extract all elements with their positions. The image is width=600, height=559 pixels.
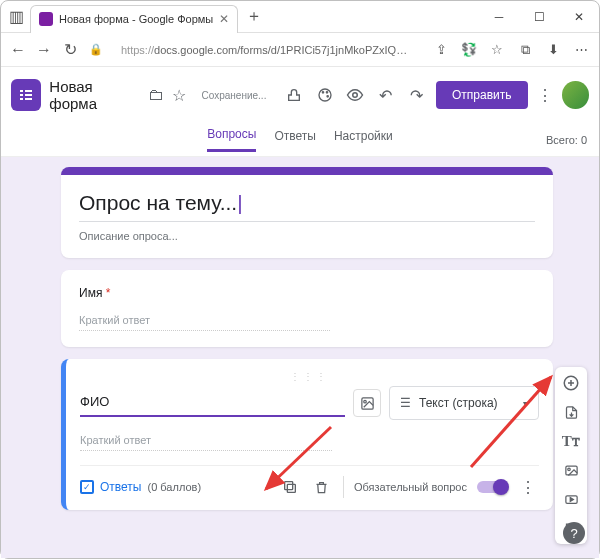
addons-icon[interactable] bbox=[282, 83, 305, 107]
required-toggle[interactable] bbox=[477, 481, 507, 493]
form-description[interactable]: Описание опроса... bbox=[79, 230, 535, 242]
preview-icon[interactable] bbox=[344, 83, 367, 107]
back-button[interactable]: ← bbox=[9, 41, 27, 59]
palette-icon[interactable] bbox=[313, 83, 336, 107]
collections-icon[interactable]: ⧉ bbox=[515, 40, 535, 60]
help-button[interactable]: ? bbox=[563, 522, 585, 544]
answer-key-button[interactable]: ✓ Ответы (0 баллов) bbox=[80, 480, 201, 494]
add-title-button[interactable]: Tᴛ bbox=[561, 431, 581, 451]
svg-rect-3 bbox=[25, 94, 32, 96]
question-more-icon[interactable]: ⋮ bbox=[517, 476, 539, 498]
question-type-label: Текст (строка) bbox=[419, 396, 498, 410]
question-card-1[interactable]: Имя * Краткий ответ bbox=[61, 270, 553, 347]
menu-icon[interactable]: ⋯ bbox=[571, 40, 591, 60]
svg-rect-14 bbox=[285, 482, 293, 490]
required-asterisk: * bbox=[106, 286, 111, 300]
question-title: Имя * bbox=[79, 286, 535, 300]
tab-settings[interactable]: Настройки bbox=[334, 129, 393, 151]
tab-responses[interactable]: Ответы bbox=[274, 129, 315, 151]
svg-point-12 bbox=[363, 400, 366, 403]
short-answer-placeholder: Краткий ответ bbox=[80, 434, 332, 451]
address-bar[interactable]: https://docs.google.com/forms/d/1PRICi57… bbox=[113, 40, 423, 60]
responses-total: Всего: 0 bbox=[546, 134, 587, 146]
svg-point-9 bbox=[327, 96, 328, 97]
short-text-icon: ☰ bbox=[400, 396, 411, 410]
add-video-button[interactable] bbox=[561, 489, 581, 509]
lock-icon[interactable]: 🔒 bbox=[87, 41, 105, 59]
add-image-icon[interactable] bbox=[353, 389, 381, 417]
downloads-icon[interactable]: ⬇ bbox=[543, 40, 563, 60]
browser-tab[interactable]: Новая форма - Google Формы ✕ bbox=[30, 5, 238, 33]
question-card-2-active[interactable]: ⋮⋮⋮ ☰ Текст (строка) ▾ Краткий ответ ✓ bbox=[61, 359, 553, 510]
tab-close-icon[interactable]: ✕ bbox=[219, 12, 229, 26]
new-tab-button[interactable]: ＋ bbox=[246, 6, 262, 27]
pin-icon[interactable]: ☆ bbox=[487, 40, 507, 60]
delete-icon[interactable] bbox=[311, 476, 333, 498]
forms-logo[interactable] bbox=[11, 79, 41, 111]
svg-rect-0 bbox=[20, 90, 23, 92]
account-avatar[interactable] bbox=[562, 81, 589, 109]
question-title-input[interactable] bbox=[80, 390, 345, 417]
chevron-down-icon: ▾ bbox=[523, 398, 528, 409]
forward-button[interactable]: → bbox=[35, 41, 53, 59]
add-photo-button[interactable] bbox=[561, 460, 581, 480]
svg-point-8 bbox=[326, 92, 327, 93]
close-window-button[interactable]: ✕ bbox=[559, 1, 599, 33]
question-type-select[interactable]: ☰ Текст (строка) ▾ bbox=[389, 386, 539, 420]
svg-point-7 bbox=[322, 92, 323, 93]
maximize-button[interactable]: ☐ bbox=[519, 1, 559, 33]
form-filename[interactable]: Новая форма bbox=[49, 78, 139, 112]
reload-button[interactable]: ↻ bbox=[61, 41, 79, 59]
import-questions-button[interactable] bbox=[561, 402, 581, 422]
drag-handle-icon[interactable]: ⋮⋮⋮ bbox=[80, 371, 539, 382]
svg-point-10 bbox=[353, 93, 358, 98]
form-header-card[interactable]: Опрос на тему... Описание опроса... bbox=[61, 167, 553, 258]
minimize-button[interactable]: ─ bbox=[479, 1, 519, 33]
svg-rect-4 bbox=[20, 98, 23, 100]
form-title[interactable]: Опрос на тему... bbox=[79, 191, 535, 222]
short-answer-placeholder: Краткий ответ bbox=[79, 314, 330, 331]
check-icon: ✓ bbox=[80, 480, 94, 494]
svg-rect-5 bbox=[25, 98, 32, 100]
translate-icon[interactable]: 💱 bbox=[459, 40, 479, 60]
question-toolbar: Tᴛ bbox=[555, 367, 587, 544]
add-question-button[interactable] bbox=[561, 373, 581, 393]
svg-point-6 bbox=[319, 89, 331, 101]
tab-title: Новая форма - Google Формы bbox=[59, 13, 213, 25]
star-icon[interactable]: ☆ bbox=[172, 86, 186, 105]
more-button[interactable]: ⋮ bbox=[536, 86, 555, 105]
undo-icon[interactable]: ↶ bbox=[375, 83, 398, 107]
duplicate-icon[interactable] bbox=[279, 476, 301, 498]
tabs-icon[interactable]: ▥ bbox=[9, 7, 24, 26]
svg-rect-2 bbox=[20, 94, 23, 96]
send-button[interactable]: Отправить bbox=[436, 81, 528, 109]
saving-status: Сохранение... bbox=[202, 90, 267, 101]
move-folder-icon[interactable]: 🗀 bbox=[148, 86, 164, 104]
required-label: Обязательный вопрос bbox=[354, 481, 467, 493]
svg-point-17 bbox=[567, 468, 570, 471]
share-icon[interactable]: ⇪ bbox=[431, 40, 451, 60]
svg-rect-13 bbox=[287, 484, 295, 492]
forms-favicon bbox=[39, 12, 53, 26]
redo-icon[interactable]: ↷ bbox=[405, 83, 428, 107]
tab-questions[interactable]: Вопросы bbox=[207, 127, 256, 152]
svg-rect-1 bbox=[25, 90, 32, 92]
